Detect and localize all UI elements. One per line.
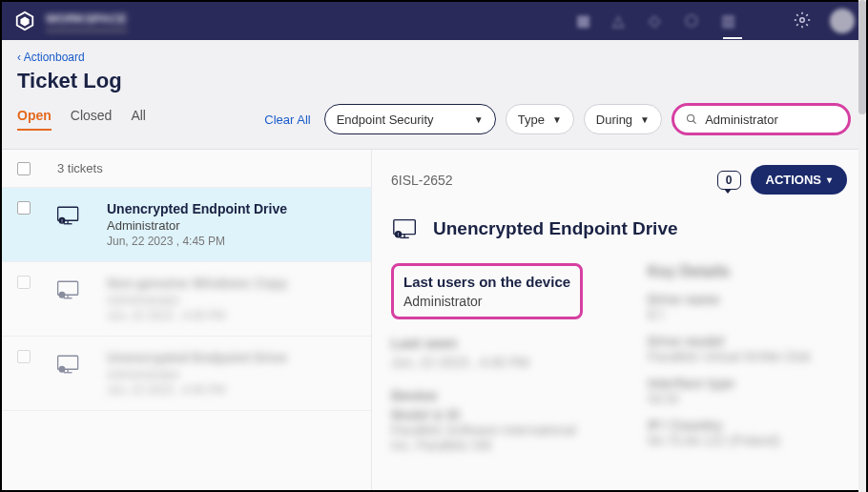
ticket-user: Administrator	[107, 293, 356, 307]
filter-during-label: During	[596, 113, 632, 127]
list-item[interactable]: Unencrypted Endpoint Drive Administrator…	[2, 337, 371, 411]
ticket-list: 3 tickets ! Unencrypted Endpoint Drive A…	[2, 150, 372, 492]
last-seen-section: Last seen Jun, 22 2023 , 4:45 PM	[391, 335, 590, 370]
nav-icon-4[interactable]: ⬡	[685, 11, 704, 31]
ticket-count: 3 tickets	[57, 161, 103, 175]
filter-type[interactable]: Type ▼	[506, 104, 574, 134]
svg-point-13	[59, 292, 66, 298]
ticket-user: Administrator	[107, 367, 356, 381]
page-title: Ticket Log	[2, 65, 866, 103]
list-header: 3 tickets	[2, 150, 371, 188]
filter-bar: Open Closed All Clear All Endpoint Secur…	[2, 103, 866, 149]
nav-icon-1[interactable]: ▦	[576, 11, 595, 31]
svg-text:!: !	[61, 218, 62, 224]
last-users-value: Administrator	[403, 294, 570, 309]
filter-type-label: Type	[518, 113, 545, 127]
last-users-section: Last users on the device Administrator	[391, 263, 583, 319]
ticket-date: Jun, 22 2023 , 4:45 PM	[107, 235, 356, 248]
detail-heading: ! Unencrypted Endpoint Drive	[391, 217, 847, 240]
gear-icon[interactable]	[794, 11, 813, 31]
scrollbar[interactable]	[858, 0, 866, 492]
breadcrumb: ‹ Actionboard	[2, 40, 866, 65]
ticket-user: Administrator	[107, 218, 356, 233]
tab-all[interactable]: All	[131, 108, 146, 131]
row-checkbox[interactable]	[17, 350, 31, 363]
search-input[interactable]	[705, 113, 837, 127]
list-item[interactable]: ! Unencrypted Endpoint Drive Administrat…	[2, 188, 371, 262]
status-tabs: Open Closed All	[17, 108, 146, 131]
svg-point-3	[688, 114, 694, 121]
select-all-checkbox[interactable]	[17, 162, 31, 175]
list-item[interactable]: Non-genuine Windows Copy Administrator J…	[2, 262, 371, 337]
avatar[interactable]	[830, 9, 855, 33]
ticket-date: Jun, 22 2023 , 4:45 PM	[107, 383, 356, 397]
endpoint-alert-icon	[55, 354, 82, 375]
row-checkbox[interactable]	[17, 276, 31, 289]
search-icon	[686, 113, 697, 126]
detail-pane: 6ISL-2652 0 ACTIONS ▾ ! Unencrypted Endp…	[372, 150, 866, 492]
filter-category-label: Endpoint Security	[337, 113, 434, 127]
nav-icon-2[interactable]: △	[612, 11, 631, 31]
clear-all-link[interactable]: Clear All	[264, 113, 310, 127]
chevron-down-icon: ▼	[474, 114, 484, 125]
key-details-section: Key Details Drive name E:\ Drive model P…	[648, 263, 847, 448]
endpoint-alert-icon: !	[391, 217, 420, 240]
detail-heading-text: Unencrypted Endpoint Drive	[433, 218, 678, 239]
tab-open[interactable]: Open	[17, 108, 52, 131]
svg-line-4	[693, 121, 696, 124]
top-nav: WORKSPACE ▦ △ ◇ ⬡ ▥	[2, 2, 866, 40]
endpoint-alert-icon: !	[55, 205, 82, 226]
last-users-label: Last users on the device	[403, 274, 570, 290]
filter-during[interactable]: During ▼	[584, 104, 662, 134]
ticket-title: Unencrypted Endpoint Drive	[107, 350, 356, 365]
ticket-title: Unencrypted Endpoint Drive	[107, 201, 356, 216]
comment-count-badge[interactable]: 0	[717, 171, 741, 190]
actions-label: ACTIONS	[766, 173, 822, 187]
scrollbar-thumb[interactable]	[858, 0, 866, 114]
filter-category[interactable]: Endpoint Security ▼	[324, 104, 496, 134]
device-section: Device Model & ID Parallels Software Int…	[391, 387, 590, 453]
tab-closed[interactable]: Closed	[71, 108, 113, 131]
topnav-icons: ▦ △ ◇ ⬡ ▥	[576, 9, 855, 33]
chevron-down-icon: ▼	[640, 114, 650, 125]
chevron-down-icon: ▼	[552, 114, 562, 125]
ticket-title: Non-genuine Windows Copy	[107, 276, 356, 291]
breadcrumb-back[interactable]: ‹ Actionboard	[17, 51, 85, 64]
chevron-down-icon: ▾	[827, 174, 832, 185]
svg-marker-1	[20, 16, 29, 26]
nav-icon-5[interactable]: ▥	[721, 11, 740, 31]
content-area: 3 tickets ! Unencrypted Endpoint Drive A…	[2, 149, 866, 492]
actions-button[interactable]: ACTIONS ▾	[751, 165, 848, 195]
row-checkbox[interactable]	[17, 201, 31, 215]
svg-point-2	[800, 18, 805, 23]
ticket-date: Jun, 22 2023 , 4:45 PM	[107, 309, 356, 322]
app-logo	[13, 10, 36, 32]
workspace-name[interactable]: WORKSPACE	[46, 11, 127, 31]
search-box[interactable]	[672, 103, 851, 135]
svg-point-17	[59, 366, 66, 373]
bell-icon[interactable]: ◇	[649, 11, 668, 31]
ticket-id: 6ISL-2652	[391, 173, 453, 188]
endpoint-alert-icon	[55, 279, 82, 300]
